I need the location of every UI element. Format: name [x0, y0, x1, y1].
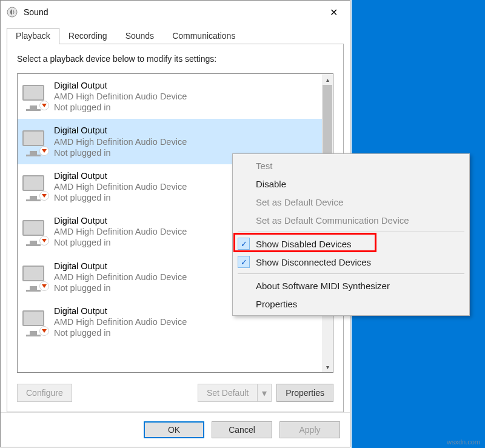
device-text: Digital OutputAMD High Definition Audio … — [54, 170, 187, 203]
context-menu-label: About Software MIDI Synthesizer — [256, 281, 390, 291]
close-button[interactable]: ✕ — [319, 2, 347, 22]
set-default-split-button[interactable]: Set Default ▾ — [198, 384, 272, 402]
cancel-button[interactable]: Cancel — [212, 421, 272, 438]
tab-communications[interactable]: Communications — [163, 28, 244, 44]
unplugged-badge-icon — [39, 146, 49, 156]
set-default-dropdown[interactable]: ▾ — [257, 384, 272, 402]
context-menu-item: Test — [234, 156, 468, 175]
device-subtitle: AMD High Definition Audio Device — [54, 181, 187, 192]
context-menu-separator — [238, 232, 464, 232]
device-status: Not plugged in — [54, 237, 187, 248]
context-menu-label: Show Disconnected Devices — [256, 257, 371, 267]
context-menu-item[interactable]: ✓Show Disconnected Devices — [234, 253, 468, 271]
context-menu-item[interactable]: About Software MIDI Synthesizer — [234, 276, 468, 295]
device-button-row: Configure Set Default ▾ Properties — [17, 384, 333, 402]
device-subtitle: AMD High Definition Audio Device — [54, 272, 187, 283]
monitor-icon — [22, 175, 47, 198]
device-status: Not plugged in — [54, 102, 187, 113]
device-name: Digital Output — [54, 125, 187, 136]
dialog-action-row: OK Cancel Apply — [1, 412, 350, 447]
context-menu-separator — [238, 273, 464, 274]
device-name: Digital Output — [54, 80, 187, 91]
ok-button[interactable]: OK — [144, 421, 204, 438]
tab-sounds[interactable]: Sounds — [116, 28, 163, 44]
unplugged-badge-icon — [39, 191, 49, 201]
watermark: wsxdn.com — [447, 438, 480, 446]
instruction-label: Select a playback device below to modify… — [17, 54, 333, 64]
scroll-down-button[interactable]: ▾ — [322, 361, 333, 372]
unplugged-badge-icon — [39, 326, 49, 336]
scroll-up-button[interactable]: ▴ — [322, 74, 333, 85]
device-name: Digital Output — [54, 306, 187, 316]
device-text: Digital OutputAMD High Definition Audio … — [54, 125, 187, 158]
device-text: Digital OutputAMD High Definition Audio … — [54, 261, 187, 293]
unplugged-badge-icon — [39, 236, 49, 246]
set-default-button[interactable]: Set Default — [198, 384, 257, 402]
context-menu-item: Set as Default Device — [234, 193, 468, 211]
check-icon: ✓ — [238, 238, 250, 250]
context-menu-item[interactable]: Disable — [234, 175, 468, 193]
context-menu-item[interactable]: ✓Show Disabled Devices — [234, 235, 468, 253]
tab-playback[interactable]: Playback — [7, 28, 59, 44]
context-menu-item[interactable]: Properties — [234, 295, 468, 313]
device-name: Digital Output — [54, 261, 187, 272]
configure-button[interactable]: Configure — [17, 384, 72, 402]
properties-button[interactable]: Properties — [276, 384, 333, 402]
device-status: Not plugged in — [54, 283, 187, 293]
sound-icon — [7, 6, 19, 18]
context-menu-label: Set as Default Device — [256, 197, 343, 207]
device-subtitle: AMD High Definition Audio Device — [54, 316, 187, 327]
unplugged-badge-icon — [39, 281, 49, 291]
monitor-icon — [22, 266, 47, 289]
device-text: Digital OutputAMD High Definition Audio … — [54, 215, 187, 248]
device-subtitle: AMD High Definition Audio Device — [54, 226, 187, 237]
device-name: Digital Output — [54, 170, 187, 181]
check-icon: ✓ — [238, 256, 250, 268]
context-menu: TestDisableSet as Default DeviceSet as D… — [232, 153, 470, 316]
device-subtitle: AMD High Definition Audio Device — [54, 91, 187, 102]
context-menu-label: Disable — [256, 179, 286, 189]
device-item[interactable]: Digital OutputAMD High Definition Audio … — [18, 74, 322, 119]
monitor-icon — [22, 220, 47, 243]
apply-button[interactable]: Apply — [279, 421, 340, 438]
device-name: Digital Output — [54, 215, 187, 226]
device-subtitle: AMD High Definition Audio Device — [54, 136, 187, 147]
device-text: Digital OutputAMD High Definition Audio … — [54, 80, 187, 113]
device-status: Not plugged in — [54, 192, 187, 203]
device-text: Digital OutputAMD High Definition Audio … — [54, 306, 187, 338]
monitor-icon — [22, 85, 47, 108]
context-menu-item: Set as Default Communication Device — [234, 211, 468, 229]
tab-recording[interactable]: Recording — [59, 28, 116, 44]
context-menu-label: Show Disabled Devices — [256, 239, 352, 249]
device-status: Not plugged in — [54, 327, 187, 338]
monitor-icon — [22, 130, 47, 153]
device-status: Not plugged in — [54, 147, 187, 158]
titlebar: Sound ✕ — [1, 1, 350, 24]
window-title: Sound — [24, 7, 319, 17]
unplugged-badge-icon — [39, 101, 49, 110]
tabstrip: Playback Recording Sounds Communications — [7, 27, 344, 44]
context-menu-label: Properties — [256, 299, 297, 309]
monitor-icon — [22, 310, 47, 333]
context-menu-label: Test — [256, 161, 273, 171]
context-menu-label: Set as Default Communication Device — [256, 215, 409, 226]
